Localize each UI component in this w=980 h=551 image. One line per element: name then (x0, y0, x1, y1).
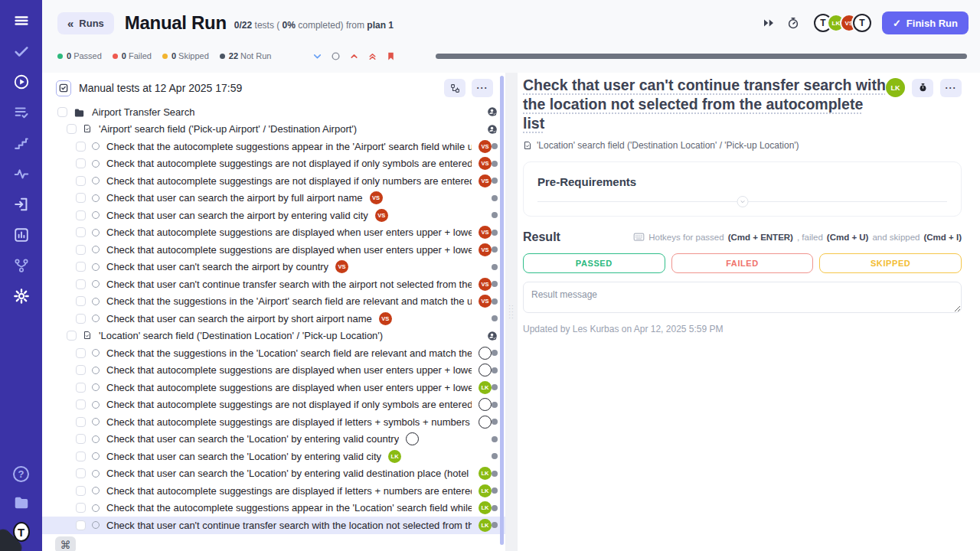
assignee-badge[interactable]: VS (370, 191, 383, 204)
assignee-badge[interactable]: LK (388, 450, 401, 463)
assignee-badge[interactable]: LK (479, 519, 492, 532)
not-run-status-icon[interactable] (92, 177, 100, 184)
chevrons-up-icon[interactable] (368, 51, 377, 61)
steps-icon[interactable] (13, 135, 30, 152)
assignee-badge[interactable]: T (479, 398, 492, 411)
test-plans-icon[interactable] (13, 104, 30, 121)
test-row[interactable]: Check that the suggestions in the 'Airpo… (42, 293, 505, 311)
assign-user-icon[interactable] (487, 106, 498, 117)
assignee-badge[interactable]: VS (479, 174, 492, 187)
test-row[interactable]: Check that autocomplete suggestions are … (42, 379, 505, 396)
vertical-scrollbar[interactable] (500, 76, 504, 545)
collapse-chevron-icon[interactable] (737, 196, 748, 207)
test-row[interactable]: Check that user can search the airport b… (42, 310, 505, 328)
assignee-badge[interactable]: VS (479, 243, 492, 256)
assignee-badge[interactable]: LK (479, 467, 492, 480)
assignee-badge[interactable]: LK (479, 484, 492, 497)
row-checkbox[interactable] (76, 417, 86, 427)
not-run-status-icon[interactable] (92, 435, 100, 443)
assignee-badge[interactable]: VS (479, 295, 492, 308)
stopwatch-button[interactable] (912, 79, 933, 97)
assignee-badge[interactable]: T (479, 347, 492, 360)
row-checkbox[interactable] (67, 124, 77, 134)
not-run-status-icon[interactable] (92, 142, 100, 150)
not-run-status-icon[interactable] (92, 229, 100, 236)
not-run-status-icon[interactable] (92, 401, 100, 409)
row-checkbox[interactable] (76, 210, 86, 220)
row-checkbox[interactable] (76, 279, 86, 289)
not-run-status-icon[interactable] (92, 418, 100, 425)
panel-resize-divider[interactable]: ·· ·· ·· ·· ·· (505, 73, 518, 551)
suite-row[interactable]: 'Airport' search field ('Pick-up Airport… (42, 121, 505, 139)
plan-link[interactable]: plan 1 (367, 20, 394, 31)
row-checkbox[interactable] (76, 434, 86, 444)
assign-user-icon[interactable] (487, 331, 498, 341)
suite-breadcrumb[interactable]: 'Location' search field ('Destination Lo… (537, 140, 799, 151)
list-more-button[interactable]: ··· (472, 79, 493, 97)
select-all-checkbox[interactable] (56, 80, 71, 96)
folder-row[interactable]: Airport Transfer Search (42, 103, 505, 121)
not-run-status-icon[interactable] (92, 452, 100, 460)
chevron-down-icon[interactable] (312, 51, 322, 61)
row-checkbox[interactable] (76, 486, 86, 496)
test-row[interactable]: Check that user can't continue transfer … (42, 517, 505, 534)
back-to-runs-button[interactable]: « Runs (57, 12, 114, 34)
suite-row[interactable]: 'Location' search field ('Destination Lo… (42, 328, 505, 345)
circle-icon[interactable] (331, 51, 341, 61)
not-run-status-icon[interactable] (92, 211, 100, 219)
assignee-badge[interactable]: LK (479, 381, 492, 394)
assignee-badge[interactable]: VS (335, 260, 348, 273)
row-checkbox[interactable] (76, 245, 86, 255)
row-checkbox[interactable] (76, 520, 86, 530)
row-checkbox[interactable] (76, 365, 86, 375)
test-row[interactable]: Check that user can search the airport b… (42, 190, 505, 207)
row-checkbox[interactable] (76, 348, 86, 358)
row-checkbox[interactable] (76, 296, 86, 306)
not-run-status-icon[interactable] (92, 504, 100, 512)
test-row[interactable]: Check that user can search the 'Location… (42, 465, 505, 483)
test-row[interactable]: Check that user can search the airport b… (42, 207, 505, 224)
assignee-badge[interactable]: T (406, 432, 419, 445)
test-row[interactable]: Check that autocomplete suggestings are … (42, 155, 505, 173)
test-row[interactable]: Check that autocomplete suggestions are … (42, 224, 505, 242)
assignee-avatar[interactable]: LK (886, 78, 905, 97)
checks-icon[interactable] (13, 43, 30, 60)
not-run-status-icon[interactable] (92, 280, 100, 288)
test-row[interactable]: Check that autocomplete suggestings are … (42, 482, 505, 500)
row-checkbox[interactable] (76, 193, 86, 203)
test-row[interactable]: Check that user can't search the airport… (42, 259, 505, 276)
row-checkbox[interactable] (76, 176, 86, 186)
bookmark-icon[interactable] (386, 51, 396, 61)
tree-view-button[interactable] (444, 79, 466, 97)
test-row[interactable]: Check that autocomplete suggestings are … (42, 396, 505, 414)
branch-icon[interactable] (13, 257, 30, 274)
assignee-badge[interactable]: VS (479, 140, 492, 153)
test-row[interactable]: Check that user can search the 'Location… (42, 431, 505, 448)
test-row[interactable]: Check that the suggestions in the 'Locat… (42, 344, 505, 362)
skipped-button[interactable]: SKIPPED (819, 253, 962, 273)
not-run-status-icon[interactable] (92, 487, 100, 494)
test-row[interactable]: Check that autocomplete suggestions are … (42, 362, 505, 380)
test-row[interactable]: Check that user can search the 'Location… (42, 448, 505, 465)
assignee-badge[interactable]: VS (479, 226, 492, 239)
finish-run-button[interactable]: ✓ Finish Run (882, 11, 969, 34)
passed-button[interactable]: PASSED (523, 253, 665, 273)
result-message-input[interactable] (523, 282, 962, 313)
reports-icon[interactable] (13, 227, 30, 243)
row-checkbox[interactable] (76, 262, 86, 272)
not-run-status-icon[interactable] (92, 383, 100, 391)
test-row[interactable]: Check that user can't continue transfer … (42, 276, 505, 293)
row-checkbox[interactable] (76, 399, 86, 409)
test-row[interactable]: Check that autocomplete suggestings are … (42, 172, 505, 190)
row-checkbox[interactable] (76, 227, 86, 237)
not-run-status-icon[interactable] (92, 315, 100, 322)
not-run-status-icon[interactable] (92, 194, 100, 202)
pulse-icon[interactable] (13, 165, 30, 182)
row-checkbox[interactable] (76, 142, 86, 152)
not-run-status-icon[interactable] (92, 470, 100, 478)
test-row[interactable]: Check that autocomplete suggestions are … (42, 241, 505, 259)
not-run-status-icon[interactable] (92, 521, 100, 529)
row-checkbox[interactable] (76, 468, 86, 478)
help-icon[interactable]: ? (13, 465, 30, 482)
assignee-avatar-group[interactable]: T LK VS T (814, 14, 871, 32)
